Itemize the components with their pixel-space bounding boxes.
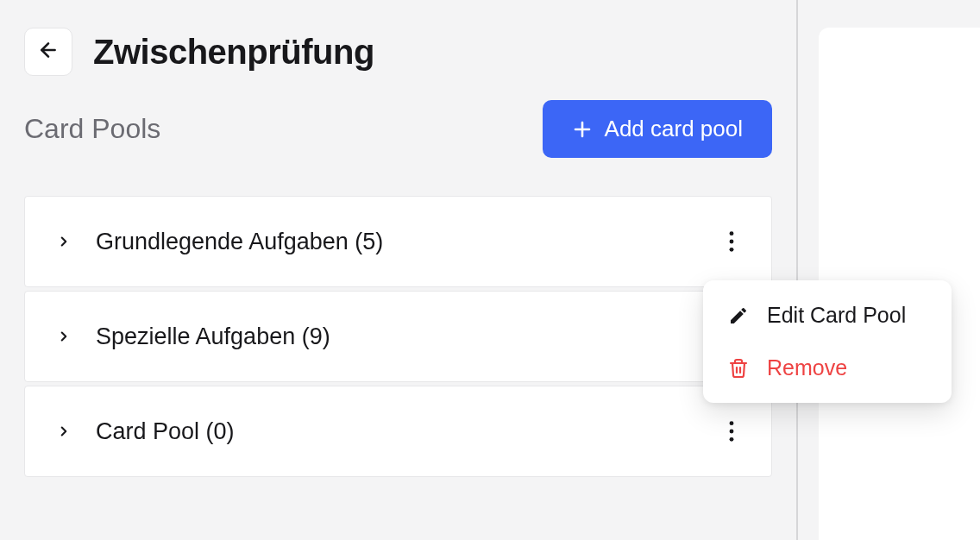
page-title: Zwischenprüfung (93, 33, 374, 72)
pool-item-left: Card Pool (0) (56, 418, 235, 445)
menu-item-label: Remove (767, 355, 847, 380)
svg-point-10 (730, 430, 734, 434)
card-pool-list: Grundlegende Aufgaben (5) (24, 196, 772, 480)
section-title: Card Pools (24, 113, 160, 145)
pool-item-label: Spezielle Aufgaben (9) (96, 323, 330, 350)
side-panel (798, 0, 980, 540)
app-container: Zwischenprüfung Card Pools Add card pool (0, 0, 980, 540)
more-options-button[interactable] (723, 414, 740, 449)
add-card-pool-button[interactable]: Add card pool (543, 100, 772, 158)
more-options-button[interactable] (723, 224, 740, 259)
main-panel: Zwischenprüfung Card Pools Add card pool (0, 0, 798, 540)
remove-card-pool-menu-item[interactable]: Remove (703, 342, 952, 394)
card-pool-item[interactable]: Grundlegende Aufgaben (5) (24, 196, 772, 287)
add-button-label: Add card pool (605, 116, 743, 142)
pool-item-left: Grundlegende Aufgaben (5) (56, 229, 383, 255)
svg-point-3 (730, 231, 734, 235)
context-menu: Edit Card Pool Remove (703, 280, 952, 403)
pool-item-label: Grundlegende Aufgaben (5) (96, 229, 383, 255)
svg-point-4 (730, 240, 734, 244)
trash-icon (727, 358, 750, 379)
subheader-row: Card Pools Add card pool (24, 100, 772, 158)
card-pool-item[interactable]: Card Pool (0) (24, 386, 772, 477)
svg-point-11 (730, 437, 734, 442)
arrow-left-icon (37, 39, 60, 65)
menu-item-label: Edit Card Pool (767, 303, 906, 328)
header-row: Zwischenprüfung (24, 28, 772, 76)
chevron-right-icon (56, 234, 72, 249)
pool-item-left: Spezielle Aufgaben (9) (56, 323, 330, 350)
back-button[interactable] (24, 28, 72, 76)
chevron-right-icon (56, 424, 72, 439)
card-pool-item[interactable]: Spezielle Aufgaben (9) (24, 291, 772, 382)
svg-point-5 (730, 248, 734, 252)
edit-card-pool-menu-item[interactable]: Edit Card Pool (703, 289, 952, 342)
chevron-right-icon (56, 329, 72, 344)
pencil-icon (727, 305, 750, 326)
svg-point-9 (730, 421, 734, 425)
pool-item-label: Card Pool (0) (96, 418, 235, 445)
plus-icon (572, 119, 593, 140)
